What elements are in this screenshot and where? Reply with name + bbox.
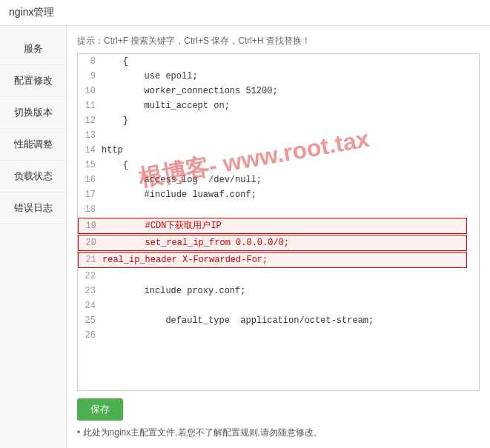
line-number-8: 8 bbox=[78, 54, 102, 69]
code-line-11: 11 multi_accept on; bbox=[78, 98, 467, 113]
line-number-12: 12 bbox=[78, 113, 102, 128]
code-area[interactable]: 8 {9 use epoll;10 worker_connections 512… bbox=[78, 54, 479, 343]
line-content-16: access_log /dev/null; bbox=[102, 173, 467, 187]
editor-scroll: 根博客- www.root.tax 8 {9 use epoll;10 work… bbox=[78, 54, 479, 343]
code-line-16: 16 access_log /dev/null; bbox=[78, 173, 467, 187]
title-bar: nginx管理 bbox=[0, 0, 490, 26]
line-number-25: 25 bbox=[78, 313, 102, 328]
line-content-8: { bbox=[102, 54, 467, 69]
window-title: nginx管理 bbox=[9, 6, 54, 18]
code-line-25: 25 default_type application/octet-stream… bbox=[78, 313, 467, 328]
sidebar: 服务配置修改切换版本性能调整负载状态错误日志 bbox=[0, 26, 67, 448]
line-content-14: http bbox=[102, 143, 467, 158]
line-content-17: #include luawaf.conf; bbox=[102, 187, 467, 202]
line-number-10: 10 bbox=[78, 84, 102, 98]
code-line-26: 26 bbox=[78, 328, 467, 343]
sidebar-item-5[interactable]: 错误日志 bbox=[0, 193, 66, 224]
line-content-25: default_type application/octet-stream; bbox=[102, 313, 467, 328]
line-number-23: 23 bbox=[78, 284, 102, 298]
code-line-18: 18 bbox=[78, 202, 467, 217]
code-line-20: 20 set_real_ip_from 0.0.0.0/0; bbox=[78, 235, 467, 251]
line-content-19: #CDN下获取用户IP bbox=[102, 218, 466, 233]
code-line-22: 22 bbox=[78, 269, 467, 284]
hint-bar: 提示：Ctrl+F 搜索关键字，Ctrl+S 保存，Ctrl+H 查找替换！ bbox=[77, 35, 480, 47]
sidebar-item-0[interactable]: 服务 bbox=[0, 33, 66, 65]
line-number-15: 15 bbox=[78, 158, 102, 173]
line-number-26: 26 bbox=[78, 328, 102, 343]
line-content-20: set_real_ip_from 0.0.0.0/0; bbox=[102, 235, 466, 250]
line-number-24: 24 bbox=[78, 298, 102, 313]
code-line-14: 14http bbox=[78, 143, 467, 158]
code-line-10: 10 worker_connections 51200; bbox=[78, 84, 467, 98]
line-number-17: 17 bbox=[78, 187, 102, 202]
line-number-19: 19 bbox=[79, 218, 102, 233]
code-line-17: 17 #include luawaf.conf; bbox=[78, 187, 467, 202]
code-line-19: 19 #CDN下获取用户IP bbox=[78, 218, 467, 234]
line-content-23: include proxy.conf; bbox=[102, 284, 467, 298]
code-line-13: 13 bbox=[78, 128, 467, 143]
code-line-12: 12 } bbox=[78, 113, 467, 128]
line-number-11: 11 bbox=[78, 98, 102, 113]
code-line-21: 21real_ip_header X-Forwarded-For; bbox=[78, 252, 467, 268]
line-number-21: 21 bbox=[79, 253, 102, 267]
window: nginx管理 服务配置修改切换版本性能调整负载状态错误日志 提示：Ctrl+F… bbox=[0, 0, 490, 448]
line-number-18: 18 bbox=[78, 202, 102, 217]
code-line-23: 23 include proxy.conf; bbox=[78, 284, 467, 298]
main-content: 提示：Ctrl+F 搜索关键字，Ctrl+S 保存，Ctrl+H 查找替换！ 根… bbox=[67, 26, 490, 448]
line-content-12: } bbox=[102, 113, 467, 128]
line-number-20: 20 bbox=[79, 235, 102, 250]
code-line-15: 15 { bbox=[78, 158, 467, 173]
save-button[interactable]: 保存 bbox=[77, 398, 123, 421]
code-line-24: 24 bbox=[78, 298, 467, 313]
line-content-10: worker_connections 51200; bbox=[102, 84, 467, 98]
editor-container[interactable]: 根博客- www.root.tax 8 {9 use epoll;10 work… bbox=[77, 53, 480, 391]
code-line-8: 8 { bbox=[78, 54, 467, 69]
line-number-22: 22 bbox=[78, 269, 102, 284]
sidebar-item-3[interactable]: 性能调整 bbox=[0, 129, 66, 161]
line-number-9: 9 bbox=[78, 69, 102, 84]
line-content-9: use epoll; bbox=[102, 69, 467, 84]
line-content-11: multi_accept on; bbox=[102, 98, 467, 113]
line-content-21: real_ip_header X-Forwarded-For; bbox=[102, 253, 466, 267]
body: 服务配置修改切换版本性能调整负载状态错误日志 提示：Ctrl+F 搜索关键字，C… bbox=[0, 26, 490, 448]
line-number-16: 16 bbox=[78, 173, 102, 187]
sidebar-item-2[interactable]: 切换版本 bbox=[0, 97, 66, 129]
code-line-9: 9 use epoll; bbox=[78, 69, 467, 84]
line-content-15: { bbox=[102, 158, 467, 173]
line-number-13: 13 bbox=[78, 128, 102, 143]
line-number-14: 14 bbox=[78, 143, 102, 158]
sidebar-item-4[interactable]: 负载状态 bbox=[0, 161, 66, 193]
sidebar-item-1[interactable]: 配置修改 bbox=[0, 65, 66, 97]
note-text: 此处为nginx主配置文件,若您不了解配置规则,请勿随意修改。 bbox=[77, 427, 480, 439]
